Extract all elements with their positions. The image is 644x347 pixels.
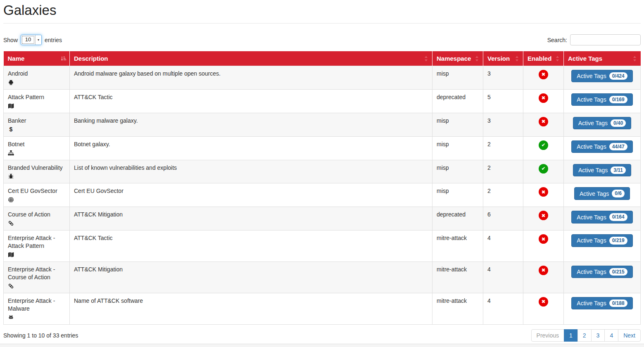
active-tags-count-badge: 44/47 [609,143,627,150]
pagination: Previous 1 2 3 4 Next [531,329,641,342]
pagination-page-1[interactable]: 1 [564,329,578,342]
dollar-icon [8,126,14,133]
column-header-name[interactable]: Name [4,51,70,66]
page-length-select[interactable]: 10 ▾ [21,35,42,45]
page-length-value: 10 [21,35,35,45]
pagination-previous[interactable]: Previous [531,329,564,342]
column-header-description[interactable]: Description [70,51,433,66]
active-tags-count-badge: 0/164 [609,213,627,221]
page-title: Galaxies [3,2,641,18]
table-row: BotnetBotnet galaxy.misp2✔Active Tags44/… [4,136,641,160]
chain-icon [8,283,14,289]
column-header-enabled[interactable]: Enabled [523,51,564,66]
active-tags-count-badge: 0/40 [611,119,626,127]
galaxy-name: Android [8,70,65,78]
galaxy-name-cell: Enterprise Attack - Course of Action [4,262,70,293]
table-row: BankerBanking malware galaxy.misp3✖Activ… [4,113,641,136]
galaxy-name-cell: Android [4,66,70,90]
galaxy-name-cell: Enterprise Attack - Malware [4,293,70,324]
galaxy-name: Cert EU GovSector [8,187,65,195]
enabled-check-icon: ✔ [539,164,548,174]
active-tags-cell: Active Tags0/6 [564,183,641,207]
active-tags-button[interactable]: Active Tags0/6 [574,187,630,200]
active-tags-count-badge: 0/219 [609,237,627,244]
table-row: AndroidAndroid malware galaxy based on m… [4,66,641,90]
active-tags-cell: Active Tags44/47 [564,136,641,160]
disabled-cross-icon: ✖ [539,266,548,275]
table-footer: Showing 1 to 10 of 33 entries Previous 1… [3,329,641,342]
sort-icon [514,55,520,62]
active-tags-cell: Active Tags0/424 [564,66,641,90]
galaxy-namespace: mitre-attack [433,262,483,293]
active-tags-button[interactable]: Active Tags0/219 [571,234,632,247]
entries-label: entries [45,37,62,43]
galaxy-description: ATT&CK Tactic [70,89,433,113]
column-header-version[interactable]: Version [483,51,523,66]
table-row: Cert EU GovSectorCert EU GovSectormisp2✖… [4,183,641,207]
galaxy-namespace: mitre-attack [433,231,483,262]
active-tags-button[interactable]: Active Tags0/169 [571,93,632,106]
active-tags-cell: Active Tags0/40 [564,113,641,136]
galaxy-description: ATT&CK Tactic [70,231,433,262]
galaxy-description: Banking malware galaxy. [70,113,433,136]
galaxy-description: Android malware galaxy based on multiple… [70,66,433,90]
galaxy-name-cell: Attack Pattern [4,89,70,113]
table-controls: Show 10 ▾ entries Search: [3,34,641,45]
sort-icon [423,55,429,62]
active-tags-cell: Active Tags3/11 [564,160,641,183]
pagination-page-2[interactable]: 2 [577,329,592,342]
active-tags-button[interactable]: Active Tags0/424 [571,70,632,82]
galaxy-namespace: misp [433,66,483,90]
sitemap-icon [8,150,14,156]
active-tags-button[interactable]: Active Tags3/11 [573,164,631,176]
galaxy-name: Branded Vulnerability [8,164,65,172]
galaxy-enabled-cell: ✖ [523,183,564,207]
active-tags-label: Active Tags [577,96,606,103]
disabled-cross-icon: ✖ [539,187,548,197]
galaxy-namespace: misp [433,136,483,160]
active-tags-count-badge: 0/6 [612,190,625,197]
active-tags-count-badge: 0/424 [609,72,627,80]
galaxy-version: 3 [483,113,523,136]
column-header-active-tags[interactable]: Active Tags [564,51,641,66]
search-input[interactable] [570,34,641,45]
active-tags-button[interactable]: Active Tags0/40 [573,117,632,129]
galaxy-description: Cert EU GovSector [70,183,433,207]
galaxy-name: Enterprise Attack - Attack Pattern [8,234,65,250]
active-tags-button[interactable]: Active Tags0/215 [571,266,632,278]
galaxy-enabled-cell: ✖ [523,231,564,262]
pagination-next[interactable]: Next [618,329,641,342]
column-header-namespace[interactable]: Namespace [433,51,483,66]
active-tags-cell: Active Tags0/215 [564,262,641,293]
disabled-cross-icon: ✖ [539,93,548,103]
search-control: Search: [547,34,641,45]
disabled-cross-icon: ✖ [539,70,548,79]
table-row: Attack PatternATT&CK Tacticdeprecated5✖A… [4,89,641,113]
enabled-check-icon: ✔ [539,140,548,150]
active-tags-label: Active Tags [578,120,608,126]
galaxy-version: 4 [483,293,523,324]
search-label: Search: [547,37,567,43]
galaxy-name-cell: Branded Vulnerability [4,160,70,183]
active-tags-label: Active Tags [580,190,609,197]
galaxy-enabled-cell: ✖ [523,89,564,113]
pagination-page-4[interactable]: 4 [604,329,618,342]
galaxy-namespace: misp [433,160,483,183]
galaxy-name-cell: Botnet [4,136,70,160]
galaxy-enabled-cell: ✔ [523,136,564,160]
active-tags-label: Active Tags [577,269,606,275]
galaxy-version: 2 [483,160,523,183]
active-tags-label: Active Tags [577,143,606,150]
table-row: Enterprise Attack - Attack PatternATT&CK… [4,231,641,262]
galaxies-table: Name Description Namespace Version Enabl… [3,51,641,325]
galaxy-name: Enterprise Attack - Malware [8,297,65,313]
active-tags-count-badge: 0/188 [609,299,627,307]
active-tags-button[interactable]: Active Tags44/47 [571,140,632,153]
galaxies-page: Galaxies Show 10 ▾ entries Search: Name [0,2,644,342]
active-tags-button[interactable]: Active Tags0/188 [571,297,632,309]
table-row: Enterprise Attack - MalwareName of ATT&C… [4,293,641,324]
active-tags-button[interactable]: Active Tags0/164 [571,211,632,223]
table-row: Course of ActionATT&CK Mitigationdepreca… [4,207,641,231]
pagination-page-3[interactable]: 3 [591,329,605,342]
galaxy-name-cell: Banker [4,113,70,136]
